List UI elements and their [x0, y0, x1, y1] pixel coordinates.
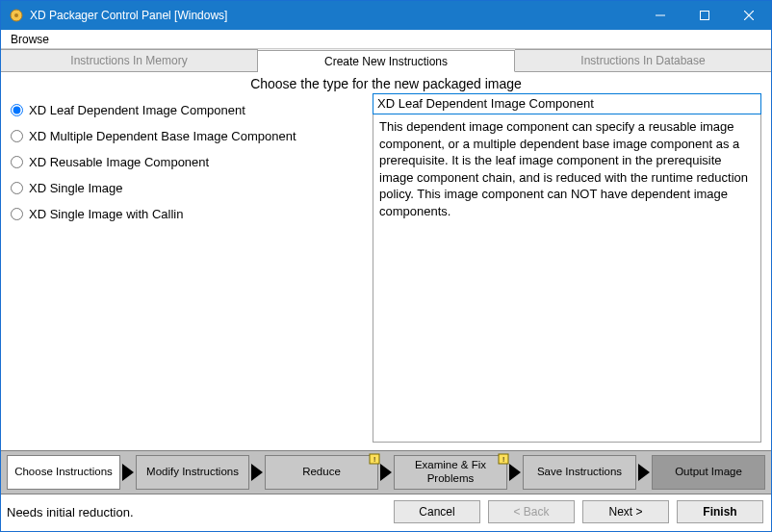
warning-badge-icon: ! — [369, 453, 380, 465]
radio-reusable[interactable]: XD Reusable Image Component — [11, 149, 367, 175]
window-controls — [638, 1, 771, 30]
radio-leaf-dependent-input[interactable] — [11, 104, 23, 116]
next-button[interactable]: Next > — [582, 500, 669, 523]
type-detail-pane: XD Leaf Dependent Image Component This d… — [373, 93, 761, 443]
radio-single-label: XD Single Image — [29, 181, 123, 195]
radio-multiple-dependent-input[interactable] — [11, 130, 23, 142]
type-radio-group: XD Leaf Dependent Image Component XD Mul… — [11, 93, 367, 443]
radio-leaf-dependent[interactable]: XD Leaf Dependent Image Component — [11, 97, 367, 123]
step-choose-label: Choose Instructions — [14, 466, 113, 479]
workflow-stepper: Choose Instructions Modify Instructions … — [1, 450, 771, 494]
radio-single-input[interactable] — [11, 182, 23, 194]
radio-multiple-dependent[interactable]: XD Multiple Dependent Base Image Compone… — [11, 123, 367, 149]
maximize-button[interactable] — [682, 1, 727, 30]
step-examine-label: Examine & Fix Problems — [397, 459, 504, 486]
svg-text:!: ! — [373, 455, 375, 464]
close-button[interactable] — [727, 1, 771, 30]
step-choose-instructions[interactable]: Choose Instructions — [7, 455, 120, 490]
step-output-image[interactable]: Output Image — [652, 455, 765, 490]
main-content: XD Leaf Dependent Image Component XD Mul… — [1, 93, 771, 450]
step-reduce[interactable]: ! Reduce — [265, 455, 378, 490]
back-button[interactable]: < Back — [488, 500, 575, 523]
window-title: XD Packager Control Panel [Windows] — [30, 9, 638, 22]
finish-button[interactable]: Finish — [677, 500, 763, 523]
radio-reusable-input[interactable] — [11, 156, 23, 168]
radio-single[interactable]: XD Single Image — [11, 175, 367, 201]
radio-single-callin-label: XD Single Image with Callin — [29, 207, 183, 221]
minimize-button[interactable] — [638, 1, 682, 30]
menu-bar: Browse — [1, 30, 771, 49]
step-modify-instructions[interactable]: Modify Instructions — [136, 455, 249, 490]
title-bar: XD Packager Control Panel [Windows] — [1, 1, 771, 30]
step-save-label: Save Instructions — [537, 466, 622, 479]
radio-reusable-label: XD Reusable Image Component — [29, 155, 209, 169]
page-heading: Choose the type for the new packaged ima… — [1, 72, 771, 93]
radio-leaf-dependent-label: XD Leaf Dependent Image Component — [29, 103, 245, 117]
tab-strip: Instructions In Memory Create New Instru… — [1, 49, 771, 72]
step-modify-label: Modify Instructions — [146, 466, 239, 479]
svg-rect-3 — [701, 12, 709, 20]
step-output-label: Output Image — [675, 466, 742, 479]
type-description-field[interactable]: This dependent image component can speci… — [373, 114, 761, 443]
arrow-icon — [380, 464, 392, 481]
step-examine-fix[interactable]: ! Examine & Fix Problems — [394, 455, 507, 490]
warning-badge-icon: ! — [498, 453, 509, 465]
type-name-field[interactable]: XD Leaf Dependent Image Component — [373, 93, 761, 114]
svg-text:!: ! — [502, 455, 504, 464]
status-text: Needs initial reduction. — [7, 505, 386, 519]
arrow-icon — [122, 464, 134, 481]
menu-browse[interactable]: Browse — [5, 31, 55, 48]
radio-single-callin-input[interactable] — [11, 208, 23, 220]
tab-instructions-in-memory[interactable]: Instructions In Memory — [1, 49, 258, 71]
svg-point-1 — [14, 13, 18, 17]
app-window: XD Packager Control Panel [Windows] Brow… — [0, 0, 772, 532]
radio-multiple-dependent-label: XD Multiple Dependent Base Image Compone… — [29, 129, 296, 143]
tab-instructions-in-database[interactable]: Instructions In Database — [515, 49, 771, 71]
cancel-button[interactable]: Cancel — [394, 500, 480, 523]
arrow-icon — [638, 464, 650, 481]
footer-bar: Needs initial reduction. Cancel < Back N… — [1, 494, 771, 531]
app-icon — [9, 8, 24, 23]
step-reduce-label: Reduce — [302, 466, 341, 479]
step-save-instructions[interactable]: Save Instructions — [523, 455, 636, 490]
arrow-icon — [509, 464, 521, 481]
tab-create-new-instructions[interactable]: Create New Instructions — [258, 50, 515, 72]
arrow-icon — [251, 464, 263, 481]
radio-single-callin[interactable]: XD Single Image with Callin — [11, 201, 367, 227]
